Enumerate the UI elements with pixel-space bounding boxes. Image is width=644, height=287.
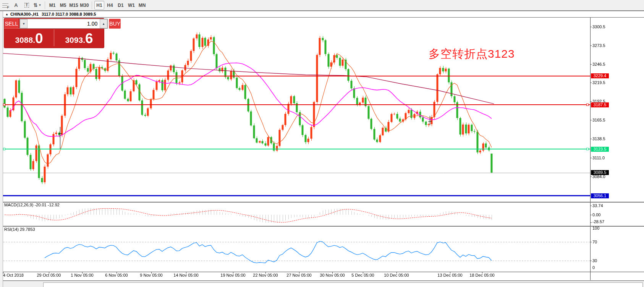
date-axis-label: 13 Dec 05:00	[437, 273, 462, 277]
buy-button[interactable]: BUY	[109, 19, 121, 29]
macd-axis-tick: 33.74	[592, 203, 603, 208]
price-axis-tick: 3246.5	[592, 62, 605, 66]
one-click-trading-panel: SELL ▼ ▲ BUY 3088 . 0 3093 . 6	[4, 18, 104, 48]
macd-axis-tick: 0.00	[592, 212, 600, 217]
date-axis-label: 22 Nov 05:00	[253, 273, 278, 277]
date-axis-label: 10 Dec 05:00	[384, 273, 409, 277]
date-axis-label: 6 Nov 05:00	[105, 273, 128, 277]
date-axis-label: 27 Nov 05:00	[286, 273, 311, 277]
rsi-axis-tick: 70	[592, 240, 597, 244]
sell-price-decimal: 0	[35, 32, 43, 45]
timeframe-mn-button[interactable]: MN	[137, 1, 147, 10]
price-axis-tick: 3138.5	[592, 136, 605, 141]
current-price-label: 3089.5	[591, 170, 609, 175]
volume-decrease-button[interactable]: ▼	[20, 19, 28, 28]
macd-indicator-label: MACD(12,26,9) -20.01 -12.92	[4, 203, 60, 207]
fibonacci-lines-tool-button[interactable]: F	[0, 1, 10, 10]
timeframe-m30-button[interactable]: M30	[79, 1, 89, 10]
timeframe-m1-button[interactable]: M1	[47, 1, 57, 10]
symbol-title: CHINA300-,H1	[10, 12, 39, 16]
sell-price[interactable]: 3088 . 0	[4, 29, 54, 47]
toolbar-separator	[45, 2, 45, 9]
timeframe-h1-button[interactable]: H1	[94, 1, 104, 10]
volume-input[interactable]	[28, 19, 100, 28]
macd-axis-tick: -28.57	[592, 219, 604, 224]
trading-platform: F A T ⇅ ▼ M1 M5 M15 M30 H1 H4 D1 W1 MN ▲…	[0, 0, 644, 287]
date-axis-label: 9 Nov 05:00	[140, 273, 162, 277]
timeframe-w1-button[interactable]: W1	[126, 1, 136, 10]
price-axis-tick: 3111.0	[592, 156, 605, 160]
date-axis-label: 30 Nov 05:00	[320, 273, 345, 277]
sell-button[interactable]: SELL	[5, 19, 18, 29]
fibo-lines-icon: F	[2, 3, 8, 8]
price-axis-tick: 3165.5	[592, 118, 605, 122]
text-label-icon: T	[24, 3, 29, 8]
toolbar: F A T ⇅ ▼ M1 M5 M15 M30 H1 H4 D1 W1 MN	[0, 0, 644, 11]
timeframe-m5-button[interactable]: M5	[58, 1, 68, 10]
pane-separator	[0, 272, 644, 272]
text-label-tool-button[interactable]: T	[22, 1, 32, 10]
sell-price-main: 3088	[15, 35, 33, 45]
text-tool-button[interactable]: A	[11, 1, 21, 10]
date-axis-label: 24 Oct 2018	[1, 273, 24, 277]
rsi-axis-tick: 100	[592, 226, 599, 230]
rsi-axis-tick: 0	[592, 265, 595, 270]
timeframe-d1-button[interactable]: D1	[116, 1, 126, 10]
chart-text-annotation[interactable]: 多空转折点3123	[429, 46, 515, 62]
level-price-label: 3229.4	[591, 73, 609, 78]
buy-price-main: 3093	[65, 35, 83, 45]
date-axis-label: 19 Nov 05:00	[220, 273, 245, 277]
chevron-down-icon: ▼	[38, 3, 41, 7]
symbol-ohlc-values: 3117.0 3117.0 3088.8 3089.5	[42, 12, 96, 16]
left-edge-strip	[0, 11, 3, 287]
pane-separator[interactable]	[0, 226, 644, 227]
buy-price-decimal: 6	[85, 32, 93, 45]
level-price-label: 3123.5	[591, 147, 609, 152]
date-axis-label: 29 Oct 05:00	[37, 273, 61, 277]
text-icon: A	[14, 2, 18, 8]
date-axis-label: 14 Nov 05:00	[173, 273, 198, 277]
arrows-tool-button[interactable]: ⇅ ▼	[32, 1, 42, 10]
arrows-icon: ⇅	[34, 2, 38, 8]
bottom-dock-panel	[43, 282, 643, 287]
bottom-dock-strip	[0, 281, 644, 287]
rsi-indicator-label: RSI(14) 29.7853	[4, 227, 35, 232]
level-price-label: 3056.1	[591, 193, 609, 198]
symbol-bar: ▲ CHINA300-,H1 3117.0 3117.0 3088.8 3089…	[3, 11, 644, 18]
price-axis-tick: 3300.5	[592, 24, 605, 29]
pane-separator[interactable]	[0, 202, 644, 203]
price-axis-tick: 3273.5	[592, 43, 605, 48]
date-axis-label: 1 Nov 05:00	[71, 273, 93, 277]
rsi-axis-tick: 30	[592, 258, 597, 263]
timeframe-h4-button[interactable]: H4	[105, 1, 115, 10]
price-axis-tick: 3219.5	[592, 80, 605, 85]
timeframe-m15-button[interactable]: M15	[69, 1, 79, 10]
collapse-chart-icon[interactable]: ▲	[5, 13, 8, 16]
toolbar-separator	[92, 2, 92, 9]
buy-price[interactable]: 3093 . 6	[54, 29, 104, 47]
level-price-label: 3187.5	[591, 102, 609, 107]
volume-increase-button[interactable]: ▲	[100, 19, 107, 28]
date-axis-label: 5 Dec 05:00	[351, 273, 374, 277]
date-axis-label: 18 Dec 05:00	[469, 273, 494, 277]
